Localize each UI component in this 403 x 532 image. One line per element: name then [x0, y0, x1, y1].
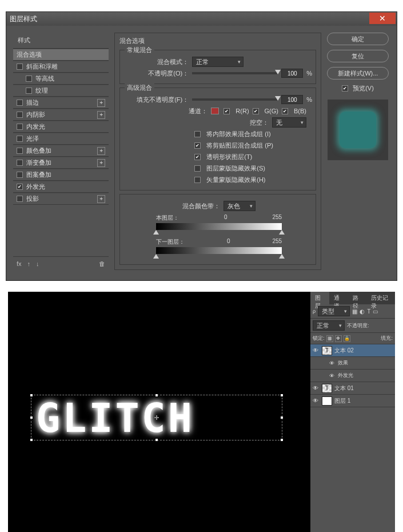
cancel-button[interactable]: 复位	[327, 50, 389, 62]
panel-tab-通道[interactable]: 通道	[329, 292, 348, 304]
style-row-混合选项[interactable]: 混合选项	[13, 49, 109, 61]
handle-top-mid[interactable]	[155, 394, 158, 397]
preview-check[interactable]	[342, 85, 348, 92]
panel-tab-路径[interactable]: 路径	[348, 292, 367, 304]
lock-all-icon[interactable]: 🔒	[344, 335, 350, 342]
style-label: 斜面和浮雕	[26, 62, 58, 71]
style-row-内阴影[interactable]: 内阴影+	[13, 109, 109, 121]
handle-mid-left[interactable]	[30, 416, 33, 419]
style-check[interactable]	[17, 160, 23, 166]
style-check[interactable]	[17, 124, 23, 130]
adv-check[interactable]	[194, 131, 201, 137]
opacity-slider[interactable]	[192, 72, 278, 74]
channel-g-check[interactable]	[253, 108, 259, 114]
fill-value[interactable]: 100	[281, 95, 303, 104]
dialog-titlebar[interactable]: 图层样式 ✕	[6, 12, 397, 26]
panel-tab-图层[interactable]: 图层	[310, 292, 329, 304]
handle-center[interactable]	[154, 415, 159, 420]
layer-blend-select[interactable]: 正常	[313, 320, 345, 331]
lock-position-icon[interactable]: ✥	[335, 335, 342, 342]
layer-row[interactable]: 👁图层 1	[310, 395, 395, 407]
layer-row[interactable]: 👁T文本 02	[310, 344, 395, 357]
fill-slider[interactable]	[192, 98, 278, 101]
trash-icon[interactable]: 🗑	[99, 260, 105, 267]
style-check[interactable]	[26, 88, 32, 94]
style-check[interactable]	[17, 63, 23, 70]
filter-image-icon[interactable]: ▦	[352, 308, 357, 315]
channels-label: 通道：	[189, 107, 208, 116]
style-label: 投影	[26, 194, 39, 203]
style-row-等高线[interactable]: 等高线	[13, 73, 109, 85]
text-transform-box[interactable]: GLITCH	[31, 395, 282, 440]
lock-pixels-icon[interactable]: ▦	[326, 335, 333, 342]
style-check[interactable]	[17, 184, 23, 190]
layer-kind-select[interactable]: 类型	[318, 306, 350, 316]
style-row-颜色叠加[interactable]: 颜色叠加+	[13, 145, 109, 157]
style-row-光泽[interactable]: 光泽	[13, 133, 109, 145]
layer-row[interactable]: 👁T文本 01	[310, 382, 395, 395]
adv-check[interactable]	[194, 154, 201, 160]
style-check[interactable]	[17, 112, 23, 118]
style-row-纹理[interactable]: 纹理	[13, 85, 109, 97]
visibility-icon[interactable]: 👁	[312, 347, 320, 354]
style-label: 描边	[26, 98, 39, 107]
handle-bot-mid[interactable]	[155, 438, 158, 442]
this-layer-bar[interactable]	[156, 223, 282, 230]
blendif-select[interactable]: 灰色	[224, 201, 256, 211]
style-check[interactable]	[17, 136, 23, 142]
new-style-button[interactable]: 新建样式(W)...	[327, 67, 389, 80]
panel-tab-历史记录[interactable]: 历史记录	[366, 292, 395, 304]
canvas[interactable]: GLITCH	[8, 292, 310, 532]
add-effect-icon[interactable]: +	[97, 111, 105, 119]
visibility-icon[interactable]: 👁	[312, 385, 320, 391]
knockout-select[interactable]: 无	[272, 117, 306, 128]
opacity-value[interactable]: 100	[281, 69, 303, 78]
style-check[interactable]	[26, 76, 32, 82]
style-row-内发光[interactable]: 内发光	[13, 121, 109, 133]
style-check[interactable]	[17, 172, 23, 178]
style-check[interactable]	[17, 196, 23, 202]
add-effect-icon[interactable]: +	[97, 99, 105, 107]
handle-bot-right[interactable]	[280, 438, 284, 442]
filter-type-icon[interactable]: T	[367, 308, 370, 315]
style-row-图案叠加[interactable]: 图案叠加	[13, 169, 109, 181]
style-row-外发光[interactable]: 外发光	[13, 181, 109, 193]
ok-button[interactable]: 确定	[327, 33, 389, 45]
visibility-icon[interactable]: 👁	[328, 360, 336, 366]
channel-b-check[interactable]	[282, 108, 288, 114]
channel-r-swatch[interactable]	[211, 108, 219, 114]
filter-adjust-icon[interactable]: ◐	[360, 308, 365, 315]
channel-r-check[interactable]	[224, 108, 230, 114]
adv-check[interactable]	[194, 142, 201, 149]
add-effect-icon[interactable]: +	[97, 195, 105, 203]
under-layer-bar[interactable]	[156, 247, 282, 254]
layer-name: 文本 01	[334, 384, 354, 392]
dialog-title: 图层样式	[10, 14, 37, 24]
visibility-icon[interactable]: 👁	[328, 373, 336, 379]
close-button[interactable]: ✕	[369, 13, 396, 24]
style-row-渐变叠加[interactable]: 渐变叠加+	[13, 157, 109, 169]
visibility-icon[interactable]: 👁	[312, 398, 320, 404]
handle-top-left[interactable]	[30, 394, 33, 397]
handle-mid-right[interactable]	[280, 416, 284, 419]
add-effect-icon[interactable]: +	[97, 147, 105, 155]
style-row-描边[interactable]: 描边+	[13, 97, 109, 109]
style-row-投影[interactable]: 投影+	[13, 193, 109, 205]
handle-bot-left[interactable]	[30, 438, 33, 442]
layer-row[interactable]: 👁外发光	[310, 370, 395, 382]
adv-check[interactable]	[194, 165, 201, 172]
style-check[interactable]	[17, 148, 23, 154]
dialog-actions: 确定 复位 新建样式(W)... 预览(V)	[327, 33, 389, 270]
style-label: 外发光	[26, 182, 45, 191]
style-check[interactable]	[17, 100, 23, 106]
pct-label: %	[306, 70, 312, 77]
arrow-up-icon[interactable]: ↑	[27, 260, 31, 267]
add-effect-icon[interactable]: +	[97, 159, 105, 167]
style-row-斜面和浮雕[interactable]: 斜面和浮雕	[13, 61, 109, 73]
layer-row[interactable]: 👁效果	[310, 357, 395, 370]
blend-mode-select[interactable]: 正常	[192, 57, 244, 67]
arrow-down-icon[interactable]: ↓	[36, 260, 39, 267]
handle-top-right[interactable]	[280, 394, 284, 397]
adv-check[interactable]	[194, 177, 201, 183]
filter-shape-icon[interactable]: ▭	[373, 308, 378, 315]
